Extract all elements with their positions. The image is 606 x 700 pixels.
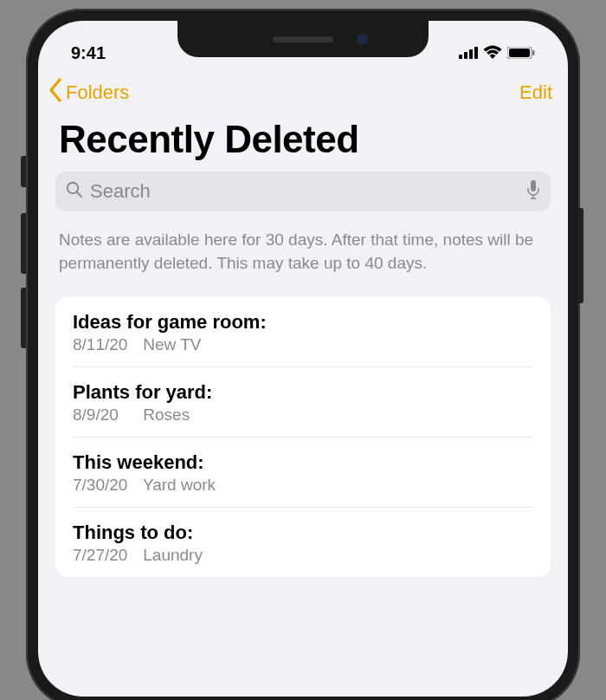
search-bar[interactable] [55,172,551,211]
phone-side-button-right [578,208,583,303]
note-subtitle: 7/30/20 Yard work [73,476,533,495]
note-preview: Laundry [143,546,203,564]
note-subtitle: 8/11/20 New TV [73,335,533,354]
status-time: 9:41 [71,43,106,63]
chevron-left-icon [47,78,66,107]
list-item[interactable]: Things to do: 7/27/20 Laundry [73,508,533,577]
speaker-grill [273,36,333,42]
note-title: Things to do: [73,522,533,544]
note-title: Ideas for game room: [73,311,533,334]
wifi-icon [483,43,502,63]
note-title: This weekend: [73,451,533,474]
note-title: Plants for yard: [73,381,533,404]
note-preview: Yard work [143,476,216,494]
list-item[interactable]: Ideas for game room: 8/11/20 New TV [73,297,533,367]
note-date: 8/9/20 [73,405,139,425]
notch [177,21,429,57]
note-preview: Roses [143,405,190,424]
svg-rect-0 [459,55,462,59]
svg-rect-9 [531,180,536,191]
info-text: Notes are available here for 30 days. Af… [38,211,568,297]
microphone-icon[interactable] [526,180,540,203]
notes-list: Ideas for game room: 8/11/20 New TV Plan… [55,297,551,577]
search-input[interactable] [90,180,519,203]
svg-rect-6 [532,50,535,55]
note-date: 7/27/20 [73,546,139,565]
list-item[interactable]: Plants for yard: 8/9/20 Roses [73,367,533,438]
note-subtitle: 7/27/20 Laundry [73,546,533,565]
battery-icon [507,43,535,63]
back-label: Folders [66,81,129,104]
svg-rect-5 [509,49,530,57]
edit-button[interactable]: Edit [519,81,552,104]
svg-rect-3 [474,47,478,59]
note-date: 7/30/20 [73,476,139,495]
list-item[interactable]: This weekend: 7/30/20 Yard work [73,438,533,508]
phone-frame: 9:41 Folders Edit Rec [26,9,580,700]
cellular-icon [459,43,478,63]
nav-bar: Folders Edit [38,69,568,113]
note-subtitle: 8/9/20 Roses [73,405,533,425]
note-preview: New TV [143,335,201,353]
page-title: Recently Deleted [38,113,568,172]
note-date: 8/11/20 [73,335,139,354]
svg-rect-2 [469,49,473,59]
svg-rect-1 [464,52,467,59]
back-button[interactable]: Folders [47,78,129,107]
front-camera [357,34,368,45]
svg-line-8 [77,192,81,197]
screen: 9:41 Folders Edit Rec [38,21,568,697]
phone-side-buttons-left [23,156,26,362]
search-icon [66,181,83,202]
